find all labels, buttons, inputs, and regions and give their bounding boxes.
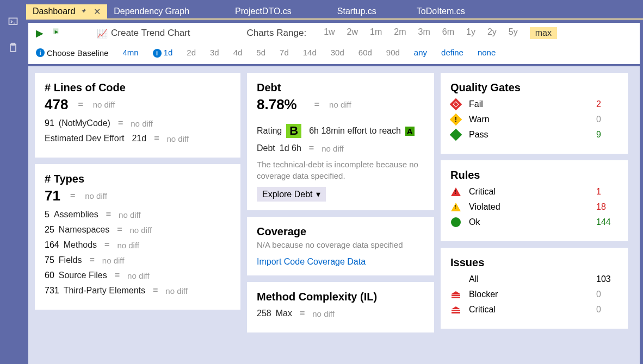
pin-icon[interactable] — [81, 7, 87, 16]
baseline-4mn[interactable]: 4mn — [122, 48, 138, 58]
baseline-60d[interactable]: 60d — [358, 48, 372, 58]
rules-card: Rules Critical1Violated18Ok144 — [441, 160, 628, 241]
types-row: 25Namespaces=no diff — [45, 225, 231, 235]
clipboard-icon[interactable] — [8, 42, 18, 55]
card-title: Coverage — [257, 225, 424, 238]
fail-icon — [450, 100, 461, 109]
range-max[interactable]: max — [530, 27, 557, 39]
status-row[interactable]: Blocker0 — [450, 290, 618, 299]
explore-debt-dropdown[interactable]: Explore Debt ▾ — [257, 187, 326, 202]
refresh-icon[interactable] — [51, 27, 62, 40]
types-row: 164Methods=no diff — [45, 240, 231, 250]
import-coverage-link[interactable]: Import Code Coverage Data — [257, 257, 366, 266]
create-trend-chart-button[interactable]: Create Trend Chart — [111, 28, 190, 39]
tab-label: ToDoItem.cs — [417, 7, 465, 16]
blocker-icon — [450, 306, 461, 313]
status-row[interactable]: Ok144 — [450, 217, 618, 227]
range-5y[interactable]: 5y — [509, 27, 518, 39]
card-title: Issues — [450, 256, 618, 269]
svg-rect-0 — [9, 18, 17, 24]
tab-label: Dependency Graph — [114, 7, 189, 16]
tab-label: Startup.cs — [337, 7, 376, 16]
toolbar: ▶ 📈 Create Trend Chart Charts Range: 1w2… — [28, 23, 640, 64]
card-title: Method Complexity (IL) — [257, 291, 424, 303]
debt-value: 8.78% — [257, 96, 297, 113]
baseline-none[interactable]: none — [478, 48, 496, 58]
coverage-card: Coverage N/A because no coverage data sp… — [247, 217, 434, 275]
baseline-1d[interactable]: i1d — [153, 48, 173, 58]
debt-card: Debt 8.78% = no diff Rating B 6h 18min e… — [247, 73, 434, 210]
loc-diff: no diff — [93, 100, 115, 109]
chart-icon: 📈 — [97, 28, 108, 39]
rating-badge: B — [286, 124, 301, 138]
baseline-5d[interactable]: 5d — [256, 48, 265, 58]
range-2w[interactable]: 2w — [347, 27, 358, 39]
tab-dashboard[interactable]: Dashboard ✕ — [26, 4, 107, 18]
range-6m[interactable]: 6m — [442, 27, 454, 39]
range-3m[interactable]: 3m — [418, 27, 430, 39]
range-2y[interactable]: 2y — [487, 27, 497, 39]
types-value: 71 — [45, 187, 60, 204]
warn-icon: ! — [450, 115, 461, 124]
types-row: 5Assemblies=no diff — [45, 210, 231, 219]
info-icon: i — [36, 48, 45, 57]
charts-range-label: Charts Range: — [247, 28, 307, 39]
tab-projectdto[interactable]: ProjectDTO.cs — [228, 4, 298, 18]
types-row: 75Fields=no diff — [45, 255, 231, 265]
types-card: # Types 71 = no diff 5Assemblies=no diff… — [35, 164, 240, 310]
lines-of-code-card: # Lines of Code 478 = no diff 91 (NotMyC… — [35, 73, 240, 158]
card-title: # Types — [45, 173, 231, 185]
tab-label: Dashboard — [33, 7, 75, 16]
baseline-90d[interactable]: 90d — [386, 48, 400, 58]
status-row[interactable]: Fail2 — [450, 99, 618, 109]
left-tool-strip — [0, 4, 26, 364]
status-row[interactable]: Critical0 — [450, 305, 618, 315]
baseline-any[interactable]: any — [414, 48, 427, 58]
tab-strip: Dashboard ✕ Dependency Graph ProjectDTO.… — [26, 4, 643, 18]
baseline-7d[interactable]: 7d — [280, 48, 289, 58]
baseline-3d[interactable]: 3d — [210, 48, 219, 58]
debt-note: The technical-debt is incomplete because… — [257, 159, 424, 181]
status-row[interactable]: Violated18 — [450, 202, 618, 212]
tab-todoitem[interactable]: ToDoItem.cs — [410, 4, 472, 18]
status-row[interactable]: Critical1 — [450, 187, 618, 197]
ok-icon — [450, 217, 461, 227]
issues-card: Issues All103Blocker0Critical0 — [441, 248, 628, 329]
critical-icon — [450, 187, 461, 196]
baseline-4d[interactable]: 4d — [233, 48, 243, 58]
types-row: 60Source Files=no diff — [45, 271, 231, 280]
loc-value: 478 — [45, 96, 68, 113]
tab-label: ProjectDTO.cs — [235, 7, 292, 16]
blocker-icon — [450, 291, 461, 298]
choose-baseline-label: Choose Baseline — [47, 48, 108, 58]
card-title: Quality Gates — [450, 81, 618, 94]
baseline-30d[interactable]: 30d — [331, 48, 344, 58]
play-icon[interactable]: ▶ — [36, 27, 44, 39]
close-icon[interactable]: ✕ — [94, 7, 101, 17]
card-title: Debt — [257, 81, 424, 94]
quality-gates-card: Quality Gates Fail2!Warn0Pass9 — [441, 73, 628, 154]
violated-icon — [450, 203, 461, 211]
baseline-2d[interactable]: 2d — [187, 48, 196, 58]
card-title: # Lines of Code — [45, 81, 231, 94]
tab-startup[interactable]: Startup.cs — [331, 4, 383, 18]
pass-icon — [450, 130, 461, 139]
baseline-14d[interactable]: 14d — [303, 48, 317, 58]
method-complexity-card: Method Complexity (IL) 258 Max = no diff — [247, 282, 434, 332]
range-1y[interactable]: 1y — [466, 27, 475, 39]
status-row[interactable]: All103 — [450, 274, 618, 284]
baseline-define[interactable]: define — [441, 48, 463, 58]
range-selector: 1w2w1m2m3m6m1y2y5ymax — [324, 27, 557, 39]
range-1w[interactable]: 1w — [324, 27, 335, 39]
range-2m[interactable]: 2m — [394, 27, 406, 39]
terminal-icon[interactable] — [8, 16, 18, 29]
status-row[interactable]: Pass9 — [450, 130, 618, 140]
card-title: Rules — [450, 169, 618, 181]
range-1m[interactable]: 1m — [370, 27, 382, 39]
types-row: 731Third-Party Elements=no diff — [45, 286, 231, 296]
status-row[interactable]: !Warn0 — [450, 115, 618, 124]
tab-dependency-graph[interactable]: Dependency Graph — [107, 4, 196, 18]
chevron-down-icon: ▾ — [316, 189, 320, 199]
